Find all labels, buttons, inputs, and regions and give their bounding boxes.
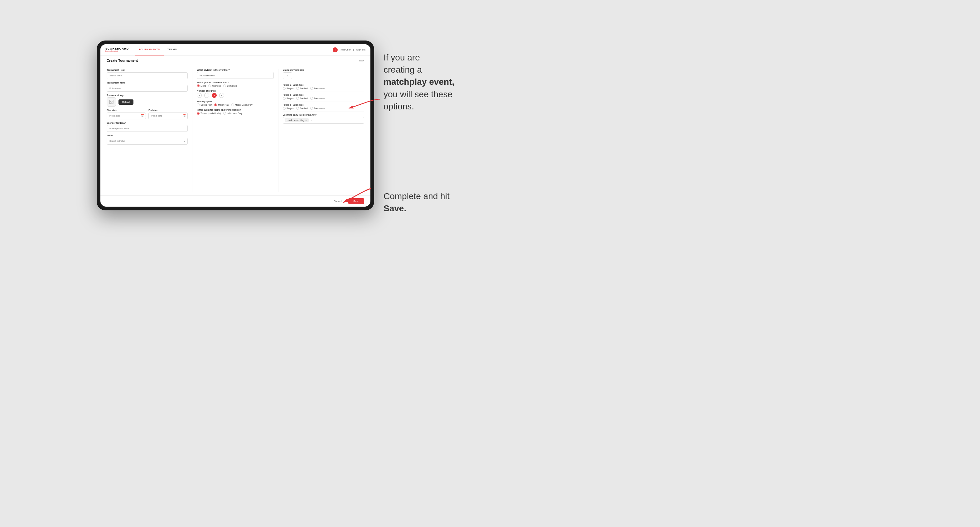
upload-button[interactable]: Upload <box>118 99 134 105</box>
max-team-size-label: Maximum Team Size <box>283 69 364 71</box>
nav-tabs: TOURNAMENTS TEAMS <box>135 44 333 56</box>
annotation-matchplay-text3: you will see these options. <box>383 89 452 111</box>
create-tournament-header: Create Tournament ‹ Back <box>100 56 371 65</box>
tablet-screen: SCOREBOARD Powered by clippit TOURNAMENT… <box>100 44 371 206</box>
r1-singles[interactable]: Singles <box>283 87 294 90</box>
radio-individuals-circle <box>223 112 226 115</box>
divider-2 <box>283 92 364 92</box>
r1-foursomes[interactable]: Foursomes <box>310 87 325 90</box>
event-type-radio-group: Teams (+Individuals) Individuals Only <box>197 112 274 115</box>
tab-teams[interactable]: TEAMS <box>164 44 181 56</box>
round1-label: Round 1 - Match Type <box>283 84 364 86</box>
api-value: Leaderboard King <box>287 119 304 121</box>
back-button[interactable]: ‹ Back <box>357 59 364 62</box>
navbar: SCOREBOARD Powered by clippit TOURNAMENT… <box>100 44 371 56</box>
gender-womens[interactable]: Womens <box>208 84 221 87</box>
gender-combined[interactable]: Combined <box>223 84 237 87</box>
logo-sub: Powered by clippit <box>105 51 129 52</box>
r2-fourball[interactable]: Fourball <box>296 97 308 100</box>
scoring-medal-label: Medal Match Play <box>235 104 253 106</box>
round-4[interactable]: 4 <box>219 93 224 98</box>
venue-input[interactable] <box>107 138 188 144</box>
sponsor-label: Sponsor (optional) <box>107 122 188 124</box>
sponsor-input[interactable] <box>107 125 188 132</box>
event-individuals-label: Individuals Only <box>227 112 242 114</box>
r2-foursomes-circle <box>310 97 313 100</box>
round-1[interactable]: 1 <box>197 93 202 98</box>
scoring-match[interactable]: Match Play <box>214 103 229 106</box>
tablet-frame: SCOREBOARD Powered by clippit TOURNAMENT… <box>97 41 374 210</box>
scoring-stroke-label: Stroke Play <box>200 104 212 106</box>
division-select[interactable]: NCAA Division I <box>197 72 274 79</box>
radio-mens-circle <box>197 84 200 87</box>
scoring-medal[interactable]: Medal Match Play <box>231 103 253 106</box>
start-date-input[interactable] <box>107 113 146 119</box>
venue-group: Venue ⌄ <box>107 134 188 144</box>
gender-mens[interactable]: Mens <box>197 84 206 87</box>
gender-womens-label: Womens <box>212 85 221 87</box>
max-team-size-input[interactable] <box>283 72 292 79</box>
r1-fourball[interactable]: Fourball <box>296 87 308 90</box>
r2-foursomes-label: Foursomes <box>314 97 325 99</box>
r2-fourball-circle <box>296 97 299 100</box>
venue-label: Venue <box>107 134 188 137</box>
date-group: Start date End date <box>107 109 188 119</box>
tournament-logo-label: Tournament logo <box>107 94 188 96</box>
gender-combined-label: Combined <box>227 85 237 87</box>
scoring-stroke[interactable]: Stroke Play <box>197 103 212 106</box>
r2-foursomes[interactable]: Foursomes <box>310 97 325 100</box>
logo-title: SCOREBOARD <box>105 48 129 50</box>
r1-fourball-circle <box>296 87 299 90</box>
avatar: T <box>333 48 338 52</box>
annotation-save: Complete and hit Save. <box>383 190 465 214</box>
r2-singles-circle <box>283 97 286 100</box>
event-teams-label: Teams (+Individuals) <box>200 112 220 114</box>
radio-stroke-circle <box>197 103 200 106</box>
arrow-save-icon <box>337 187 374 206</box>
event-teams[interactable]: Teams (+Individuals) <box>197 112 220 115</box>
sign-out-link[interactable]: Sign out <box>356 48 366 51</box>
r3-singles-label: Singles <box>286 107 294 110</box>
radio-medal-circle <box>231 103 234 106</box>
end-date-wrapper <box>148 112 188 119</box>
back-arrow-icon: ‹ <box>357 59 358 62</box>
scoring-match-label: Match Play <box>218 104 229 106</box>
r2-singles[interactable]: Singles <box>283 97 294 100</box>
form-footer: Cancel Save <box>100 195 371 206</box>
r2-fourball-label: Fourball <box>300 97 308 99</box>
scoring-label: Scoring system <box>197 100 274 103</box>
logo-placeholder <box>107 97 116 106</box>
event-individuals[interactable]: Individuals Only <box>223 112 242 115</box>
r3-singles-circle <box>283 107 286 110</box>
tab-tournaments[interactable]: TOURNAMENTS <box>135 44 164 56</box>
scoring-radio-group: Stroke Play Match Play Medal Match Play <box>197 103 274 106</box>
radio-match-circle <box>214 103 217 106</box>
r1-singles-circle <box>283 87 286 90</box>
form-col-1: Tournament Host Tournament name Tourname… <box>107 69 192 192</box>
end-date-input[interactable] <box>148 113 188 119</box>
r3-fourball-label: Fourball <box>300 107 308 110</box>
api-remove-icon[interactable]: × <box>305 119 307 122</box>
round-2[interactable]: 2 <box>204 93 209 98</box>
api-input-wrapper[interactable]: Leaderboard King × ⌄ <box>283 117 364 124</box>
r3-fourball[interactable]: Fourball <box>296 107 308 110</box>
division-select-wrapper: NCAA Division I <box>197 72 274 79</box>
annotation-save-bold: Save. <box>383 203 406 213</box>
r3-singles[interactable]: Singles <box>283 107 294 110</box>
scoring-group: Scoring system Stroke Play Match Play <box>197 100 274 106</box>
round-3[interactable]: 3 <box>212 93 217 98</box>
annotation-save-text1: Complete and hit <box>383 191 450 201</box>
round2-label: Round 2 - Match Type <box>283 94 364 96</box>
r3-foursomes[interactable]: Foursomes <box>310 107 325 110</box>
annotation-matchplay: If you are creating a matchplay event, y… <box>383 51 471 113</box>
tournament-host-input[interactable] <box>107 72 188 79</box>
annotation-matchplay-bold: matchplay event, <box>383 77 454 87</box>
arrow-matchplay-icon <box>337 97 387 112</box>
division-label: Which division is the event for? <box>197 69 274 71</box>
svg-point-1 <box>110 101 111 102</box>
image-icon <box>109 99 114 105</box>
tournament-name-input[interactable] <box>107 85 188 92</box>
api-group: Use third-party live scoring API? Leader… <box>283 114 364 124</box>
gender-radio-group: Mens Womens Combined <box>197 84 274 87</box>
round1-match-type: Round 1 - Match Type Singles Fourball <box>283 84 364 90</box>
